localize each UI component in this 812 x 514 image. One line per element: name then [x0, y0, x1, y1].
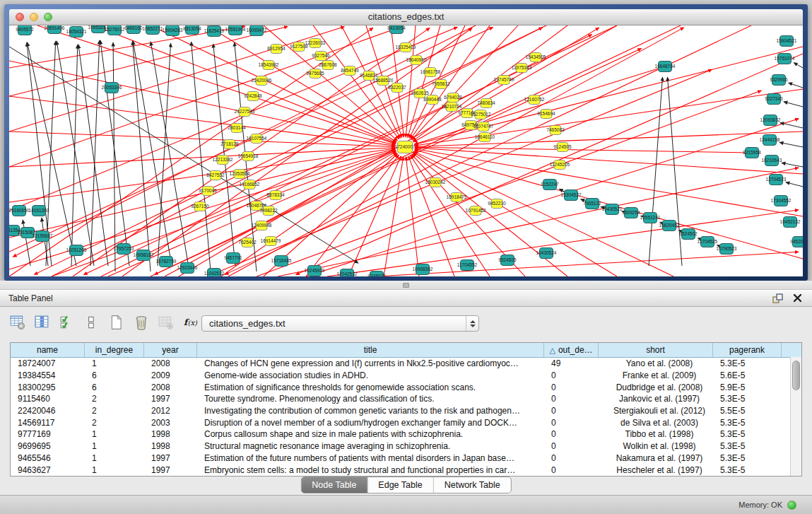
column-header-in_degree[interactable]: in_degree	[85, 343, 144, 357]
table-settings-icon[interactable]	[8, 314, 27, 332]
network-node[interactable]: 9245022	[367, 271, 386, 277]
network-node[interactable]: 25160650	[9, 206, 30, 216]
network-node[interactable]: 10852271	[143, 25, 163, 35]
network-node[interactable]: 9124505	[553, 143, 572, 152]
scrollbar-thumb[interactable]	[792, 361, 800, 390]
network-node[interactable]: 9154694	[537, 110, 555, 119]
network-node[interactable]: 11074747	[473, 122, 494, 132]
network-node[interactable]: 10790523	[717, 244, 737, 255]
table-row[interactable]: 1456911722003Disruption of a novel membe…	[11, 416, 801, 428]
network-node[interactable]: 19745749	[494, 76, 514, 85]
network-node[interactable]: 11975343	[512, 64, 532, 73]
network-node[interactable]: 16914479	[261, 237, 281, 246]
network-node[interactable]: 15904521	[777, 36, 797, 47]
network-node[interactable]: 8912954	[267, 45, 286, 54]
table-row[interactable]: 1938455462009Genome-wide association stu…	[11, 370, 801, 382]
tab-edge-table[interactable]: Edge Table	[367, 477, 433, 493]
network-node[interactable]: 18640910	[406, 56, 427, 65]
network-node[interactable]: 10452132	[780, 217, 801, 228]
network-node[interactable]: 22420046	[252, 76, 272, 86]
network-node[interactable]: 16210643	[762, 156, 782, 166]
network-node[interactable]: 9452054	[790, 237, 803, 247]
network-node[interactable]: 9475685	[306, 69, 324, 78]
node-table[interactable]: namein_degreeyeartitle△out_de…shortpager…	[10, 342, 802, 477]
network-node[interactable]: 6794028	[444, 93, 462, 103]
network-node[interactable]: 12409948	[252, 221, 272, 230]
column-view-icon[interactable]	[33, 314, 52, 332]
network-node[interactable]: 16093472	[247, 25, 267, 36]
table-select-dropdown[interactable]: citations_edges.txt	[201, 315, 479, 332]
network-node[interactable]: 9242848	[244, 92, 262, 101]
network-node[interactable]: 9405572	[16, 25, 34, 35]
network-node[interactable]: 8813054	[183, 25, 201, 35]
delete-icon[interactable]	[132, 314, 151, 332]
network-node[interactable]: 12704523	[766, 175, 787, 185]
network-node[interactable]: 12444158	[760, 135, 780, 146]
function-builder-icon[interactable]: f(x)	[182, 314, 200, 332]
network-node[interactable]: 7465083	[546, 126, 565, 135]
network-canvas[interactable]: 9405572206914061405432110953287152760126…	[9, 25, 803, 276]
network-node[interactable]: 2867608	[319, 61, 337, 70]
network-node[interactable]: 8413054	[387, 25, 406, 34]
column-header-short[interactable]: short	[599, 343, 713, 357]
network-node[interactable]: 8322037	[388, 83, 406, 93]
network-node[interactable]: 12551904	[225, 25, 246, 35]
column-header-title[interactable]: title	[197, 343, 544, 357]
network-node[interactable]: 9498222	[259, 206, 278, 216]
column-header-year[interactable]: year	[144, 343, 197, 357]
table-row[interactable]: 946554611997Estimation of the future num…	[11, 452, 801, 465]
close-panel-icon[interactable]	[791, 293, 804, 304]
table-row[interactable]: 911546021997Tourette syndrome. Phenomeno…	[11, 393, 801, 405]
table-row[interactable]: 1872400712008Changes of HCN gene express…	[11, 358, 801, 370]
network-node[interactable]: 7965122	[583, 199, 601, 209]
row-visibility-icon[interactable]	[83, 314, 101, 332]
table-row[interactable]: 946362711997Embryonic stem cells: a mode…	[11, 464, 801, 476]
network-node[interactable]: 14054321	[66, 27, 87, 37]
network-hub-node[interactable]: 17240007	[395, 141, 416, 153]
network-node[interactable]: 11704552	[457, 260, 478, 271]
table-row[interactable]: 977716911998Corpus callosum shape and si…	[11, 428, 801, 440]
table-row[interactable]: 969969511998Structural magnetic resonanc…	[11, 440, 801, 452]
network-node[interactable]: 16961758	[420, 68, 441, 77]
network-node[interactable]: 15751074	[775, 54, 795, 64]
table-row[interactable]: 2242004622012Investigating the contribut…	[11, 405, 801, 417]
network-node[interactable]: 12042532	[337, 269, 358, 277]
network-node[interactable]: 12226033	[305, 39, 326, 48]
network-node[interactable]: 8215958	[743, 148, 761, 158]
network-node[interactable]: 12160752	[524, 95, 545, 105]
network-node[interactable]: 24227543	[235, 107, 255, 117]
network-node[interactable]: 9267150	[191, 202, 209, 211]
network-node[interactable]: 9457791	[224, 253, 242, 264]
table-vertical-scrollbar[interactable]	[790, 357, 801, 476]
network-node[interactable]: 8990448	[423, 95, 442, 105]
network-node[interactable]: 9127508	[290, 42, 308, 52]
float-panel-icon[interactable]	[771, 293, 784, 304]
network-node[interactable]: 15276012	[105, 25, 125, 35]
network-node[interactable]: 9227343	[765, 94, 783, 105]
network-node[interactable]: 11825419	[204, 26, 225, 37]
network-node[interactable]: 19166852	[240, 180, 260, 189]
select-columns-icon[interactable]	[58, 314, 76, 332]
network-node[interactable]: 10430521	[602, 204, 623, 215]
network-node[interactable]: 9152247	[541, 180, 559, 190]
network-node[interactable]: 9524505	[498, 255, 517, 266]
network-node[interactable]: 11704525	[698, 237, 718, 247]
network-node[interactable]: 14161350	[29, 206, 49, 216]
network-node[interactable]: 10430524	[536, 248, 557, 259]
new-file-icon[interactable]	[107, 314, 126, 332]
tab-node-table[interactable]: Node Table	[301, 477, 367, 493]
column-header-name[interactable]: name	[11, 343, 85, 357]
network-node[interactable]: 8878334	[266, 191, 285, 200]
network-node[interactable]: 18543982	[259, 61, 279, 70]
panel-splitter[interactable]	[0, 281, 812, 289]
network-node[interactable]: 20053346	[102, 83, 122, 93]
network-node[interactable]: 7480834	[477, 99, 495, 108]
network-node[interactable]: 9509254	[622, 208, 640, 218]
dropdown-stepper-icon[interactable]	[466, 316, 478, 331]
tab-network-table[interactable]: Network Table	[434, 477, 511, 493]
column-header-pagerank[interactable]: pagerank	[713, 343, 782, 357]
network-window-titlebar[interactable]: citations_edges.txt	[9, 9, 803, 25]
delete-table-disabled-icon[interactable]	[157, 314, 175, 332]
network-node[interactable]: 17304552	[771, 196, 792, 206]
column-header-out_de[interactable]: △out_de…	[544, 343, 599, 357]
